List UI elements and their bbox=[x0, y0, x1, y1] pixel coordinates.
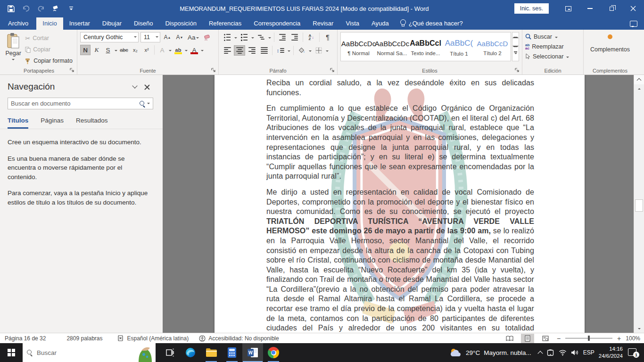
text-effects-dropdown-icon[interactable] bbox=[169, 50, 172, 53]
undo-icon[interactable] bbox=[22, 4, 30, 13]
shrink-font-button[interactable]: A▼ bbox=[174, 32, 185, 42]
shading-dropdown-icon[interactable] bbox=[309, 50, 312, 53]
borders-dropdown-icon[interactable] bbox=[326, 50, 329, 53]
minimize-button[interactable] bbox=[579, 0, 601, 17]
sort-button[interactable]: AZ↓ bbox=[305, 32, 317, 42]
font-size-combo[interactable]: 11 bbox=[140, 32, 160, 42]
bold-button[interactable]: N bbox=[80, 45, 91, 55]
align-center-button[interactable] bbox=[234, 45, 245, 56]
numbering-button[interactable] bbox=[239, 32, 250, 42]
highlight-dropdown-icon[interactable] bbox=[185, 50, 188, 53]
vertical-scrollbar[interactable] bbox=[634, 75, 644, 333]
change-case-button[interactable]: Aa bbox=[187, 32, 200, 42]
style-normal[interactable]: AaBbCcDc ¶ Normal bbox=[342, 34, 375, 61]
style-titulo-1[interactable]: AaBbC( Título 1 bbox=[442, 34, 476, 61]
style-normal-sa[interactable]: AaBbCcDc Normal Sa... bbox=[375, 34, 409, 61]
task-view-button[interactable] bbox=[159, 343, 180, 362]
show-marks-button[interactable]: ¶ bbox=[322, 32, 333, 42]
dialog-launcher-icon[interactable] bbox=[211, 68, 216, 73]
tab-ayuda[interactable]: Ayuda bbox=[365, 17, 395, 30]
clear-formatting-button[interactable] bbox=[202, 32, 213, 42]
tab-diseno[interactable]: Diseño bbox=[128, 17, 159, 30]
zoom-in-icon[interactable]: + bbox=[617, 335, 621, 342]
dialog-launcher-icon[interactable] bbox=[515, 68, 520, 73]
read-mode-icon[interactable] bbox=[503, 334, 516, 343]
zoom-slider-thumb[interactable] bbox=[588, 336, 590, 341]
save-icon[interactable] bbox=[7, 4, 15, 13]
multilevel-dropdown-icon[interactable] bbox=[268, 37, 271, 40]
close-button[interactable] bbox=[622, 0, 644, 17]
comments-icon[interactable] bbox=[630, 21, 637, 27]
borders-button[interactable] bbox=[313, 45, 324, 56]
web-layout-icon[interactable] bbox=[539, 334, 552, 343]
search-highlight-image[interactable] bbox=[136, 344, 155, 362]
style-texto-inde[interactable]: AaBbCcI Texto inde... bbox=[409, 34, 442, 61]
ribbon-display-options-icon[interactable] bbox=[557, 0, 579, 17]
underline-dropdown-icon[interactable] bbox=[115, 50, 117, 53]
superscript-button[interactable]: x² bbox=[141, 45, 152, 55]
bullets-dropdown-icon[interactable] bbox=[234, 37, 237, 40]
line-spacing-button[interactable]: ↕ bbox=[275, 45, 286, 56]
decrease-indent-button[interactable] bbox=[277, 32, 288, 42]
replace-button[interactable]: abac Reemplazar bbox=[525, 41, 580, 51]
underline-button[interactable]: S bbox=[103, 45, 113, 55]
language-tray[interactable]: ESP bbox=[583, 349, 594, 356]
paste-button[interactable]: Pegar bbox=[4, 32, 23, 62]
align-left-button[interactable] bbox=[222, 45, 233, 56]
notification-center-icon[interactable]: 1 bbox=[628, 348, 638, 357]
find-button[interactable]: Buscar bbox=[525, 32, 580, 41]
subscript-button[interactable]: x₂ bbox=[130, 45, 140, 55]
select-button[interactable]: Seleccionar bbox=[525, 51, 580, 61]
tab-archivo[interactable]: Archivo bbox=[0, 17, 36, 30]
customize-qat-icon[interactable] bbox=[67, 4, 75, 13]
tab-referencias[interactable]: Referencias bbox=[203, 17, 248, 30]
italic-button[interactable]: K bbox=[91, 45, 102, 55]
taskbar-search-input[interactable] bbox=[37, 349, 152, 356]
copy-button[interactable]: Copiar bbox=[24, 45, 74, 54]
format-painter-button[interactable]: Copiar formato bbox=[24, 56, 74, 66]
edge-button[interactable] bbox=[180, 343, 201, 362]
tab-inicio[interactable]: Inicio bbox=[36, 17, 63, 30]
accessibility-status[interactable]: Accesibilidad: No disponible bbox=[208, 335, 279, 342]
font-color-dropdown-icon[interactable] bbox=[201, 50, 204, 53]
highlight-button[interactable]: ab bbox=[173, 45, 183, 55]
navtab-paginas[interactable]: Páginas bbox=[41, 117, 64, 129]
document-canvas[interactable]: Reciba un cordial saludo, a la vez deseá… bbox=[163, 75, 634, 333]
document-page[interactable]: Reciba un cordial saludo, a la vez deseá… bbox=[215, 75, 585, 333]
navigation-options-icon[interactable] bbox=[129, 82, 141, 92]
numbering-dropdown-icon[interactable] bbox=[251, 37, 254, 40]
word-button[interactable] bbox=[242, 343, 263, 362]
device-icon[interactable] bbox=[546, 349, 554, 356]
cut-button[interactable]: ✂ Cortar bbox=[24, 33, 74, 43]
strikethrough-button[interactable]: abc bbox=[119, 45, 129, 55]
zoom-level[interactable]: 100% bbox=[626, 335, 640, 342]
tab-insertar[interactable]: Insertar bbox=[63, 17, 96, 30]
line-spacing-dropdown-icon[interactable] bbox=[288, 50, 290, 53]
scrollbar-track[interactable] bbox=[634, 92, 644, 325]
navigation-close-icon[interactable] bbox=[141, 82, 153, 92]
search-dropdown-icon[interactable] bbox=[147, 103, 150, 106]
scrollbar-thumb[interactable] bbox=[635, 199, 643, 212]
search-input[interactable] bbox=[11, 100, 139, 107]
taskbar-search-box[interactable] bbox=[23, 343, 156, 362]
text-effects-button[interactable]: A bbox=[157, 45, 167, 55]
tab-correspondencia[interactable]: Correspondencia bbox=[248, 17, 306, 30]
language-indicator[interactable]: Español (América latina) bbox=[127, 335, 189, 342]
page-indicator[interactable]: Página 16 de 32 bbox=[5, 335, 46, 342]
scroll-down-icon[interactable] bbox=[634, 325, 644, 333]
collapse-ribbon-icon[interactable] bbox=[634, 75, 644, 84]
sign-in-button[interactable]: Inic. ses. bbox=[514, 3, 549, 14]
document-search-box[interactable] bbox=[8, 98, 153, 109]
accessibility-icon[interactable] bbox=[199, 335, 206, 342]
align-right-button[interactable] bbox=[246, 45, 257, 56]
tell-me-box[interactable]: ¿Qué desea hacer? bbox=[395, 17, 468, 30]
bullets-button[interactable] bbox=[222, 32, 233, 42]
search-icon[interactable] bbox=[139, 100, 146, 107]
tray-expand-icon[interactable] bbox=[537, 351, 543, 356]
clock[interactable]: 14:16 24/6/2024 bbox=[599, 346, 623, 360]
multilevel-list-button[interactable] bbox=[256, 32, 267, 42]
chrome-button[interactable] bbox=[263, 343, 284, 362]
shading-button[interactable] bbox=[296, 45, 307, 56]
volume-icon[interactable] bbox=[571, 349, 579, 356]
dialog-launcher-icon[interactable] bbox=[330, 68, 335, 73]
